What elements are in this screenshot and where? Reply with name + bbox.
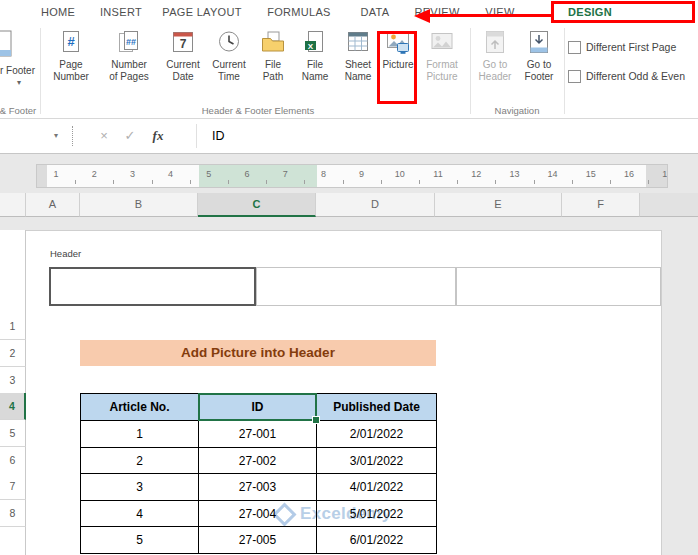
column-header-filler	[640, 193, 698, 217]
ruler-selection-highlight	[199, 165, 317, 188]
fill-handle[interactable]	[312, 416, 320, 424]
table-header-cell[interactable]: Article No.	[81, 394, 199, 421]
current-date-button[interactable]: 7 Current Date	[160, 29, 206, 105]
cancel-button[interactable]: ×	[92, 119, 116, 153]
active-cell-id[interactable]: ID	[199, 394, 317, 421]
row-header-3[interactable]: 3	[0, 367, 26, 394]
column-header-e[interactable]: E	[435, 193, 562, 217]
enter-button[interactable]: ✓	[118, 119, 142, 153]
ruler-number: 2	[92, 169, 97, 179]
row-header-5[interactable]: 5	[0, 420, 26, 447]
row-header-8[interactable]: 8	[0, 500, 26, 527]
annotation-arrow-line	[429, 14, 551, 17]
header-right-box[interactable]	[456, 267, 661, 306]
row-header-7[interactable]: 7	[0, 473, 26, 500]
checkbox-label: Different Odd & Even	[586, 70, 685, 82]
formula-input[interactable]: ID	[212, 119, 225, 153]
tab-data[interactable]: DATA	[352, 0, 398, 25]
tab-page-layout[interactable]: PAGE LAYOUT	[158, 0, 246, 25]
current-time-button[interactable]: Current Time	[206, 29, 252, 105]
tab-formulas[interactable]: FORMULAS	[260, 0, 338, 25]
number-of-pages-button[interactable]: ## Number of Pages	[100, 29, 158, 105]
annotation-box-picture-button	[377, 31, 417, 104]
svg-text:7: 7	[180, 37, 187, 51]
ruler-tick	[534, 180, 535, 184]
format-picture-button[interactable]: Format Picture	[417, 29, 467, 105]
row-header-4[interactable]: 4	[0, 393, 26, 420]
formula-field-divider	[196, 124, 197, 148]
column-header-b[interactable]: B	[80, 193, 198, 217]
page-number-button[interactable]: # Page Number	[46, 29, 96, 105]
formula-bar-separator[interactable]	[72, 126, 73, 146]
table-cell[interactable]: 27-003	[199, 474, 317, 501]
table-row: 2 27-002 3/01/2022	[81, 448, 437, 475]
name-box[interactable]: ▾	[0, 119, 66, 153]
table-cell[interactable]: 3	[81, 474, 199, 501]
file-path-icon	[252, 29, 294, 59]
ruler-number: 1	[53, 169, 58, 179]
table-cell[interactable]: 1	[81, 421, 199, 448]
ruler-tick	[610, 180, 611, 184]
chevron-down-icon[interactable]: ▾	[54, 131, 58, 140]
column-header-d[interactable]: D	[316, 193, 435, 217]
table-cell[interactable]: 27-002	[199, 448, 317, 475]
ruler-number: 16	[624, 169, 634, 179]
ruler-tick	[572, 180, 573, 184]
column-header-f[interactable]: F	[562, 193, 640, 217]
tab-home[interactable]: HOME	[34, 0, 82, 25]
group-label-navigation: Navigation	[472, 105, 562, 116]
file-path-button[interactable]: File Path	[252, 29, 294, 105]
different-first-page-checkbox[interactable]: Different First Page	[568, 40, 676, 54]
chevron-down-icon: ▾	[0, 78, 38, 87]
checkbox-icon[interactable]	[568, 70, 581, 83]
sheet-name-button[interactable]: Sheet Name	[336, 29, 380, 105]
go-to-header-button[interactable]: Go to Header	[473, 29, 517, 105]
table-cell[interactable]: 27-001	[199, 421, 317, 448]
button-label: Header	[473, 71, 517, 83]
table-cell[interactable]: 4/01/2022	[317, 474, 437, 501]
table-cell[interactable]: 6/01/2022	[317, 527, 437, 554]
number-of-pages-icon: ##	[100, 29, 158, 59]
header-left-box[interactable]	[49, 267, 256, 306]
ruler-tick	[343, 180, 344, 184]
formula-bar: ▾ × ✓ fx ID	[0, 119, 698, 154]
tab-insert[interactable]: INSERT	[96, 0, 146, 25]
column-header-a[interactable]: A	[26, 193, 80, 217]
table-cell[interactable]: 2	[81, 448, 199, 475]
table-cell[interactable]: 2/01/2022	[317, 421, 437, 448]
go-to-footer-button[interactable]: Go to Footer	[518, 29, 560, 105]
group-label-header-footer: & Footer	[0, 105, 40, 116]
title-cell[interactable]: Add Picture into Header	[80, 340, 436, 366]
table-header-row: Article No. ID Published Date	[81, 394, 437, 421]
current-time-icon	[206, 29, 252, 59]
ruler-number: 7	[283, 169, 288, 179]
table-cell[interactable]: 5/01/2022	[317, 501, 437, 528]
header-center-box[interactable]	[256, 267, 456, 306]
table-cell[interactable]: 27-004	[199, 501, 317, 528]
table-header-cell[interactable]: Published Date	[317, 394, 437, 421]
ruler-tick	[381, 180, 382, 184]
different-odd-even-checkbox[interactable]: Different Odd & Even	[568, 69, 685, 83]
worksheet-area: 1 2 3 4 5 6 7 8 Header Add Picture into …	[0, 217, 698, 555]
file-name-button[interactable]: X File Name	[294, 29, 336, 105]
column-headers: A B C D E F	[0, 193, 698, 217]
ruler-tick	[228, 180, 229, 184]
row-header-2[interactable]: 2	[0, 340, 26, 367]
ruler-number: 9	[359, 169, 364, 179]
row-header-6[interactable]: 6	[0, 447, 26, 474]
table-cell[interactable]: 5	[81, 527, 199, 554]
ribbon: r Footer ▾ & Footer # Page Number ## Num…	[0, 25, 698, 119]
button-label: Sheet	[336, 59, 380, 71]
table-cell[interactable]: 4	[81, 501, 199, 528]
column-header-c[interactable]: C	[198, 193, 316, 217]
table-cell[interactable]: 27-005	[199, 527, 317, 554]
select-all-corner[interactable]	[0, 193, 26, 217]
ruler-area: 1234567891011121314151617	[0, 154, 698, 193]
table-cell[interactable]: 3/01/2022	[317, 448, 437, 475]
row-header-1[interactable]: 1	[0, 313, 26, 340]
ruler-tick	[457, 180, 458, 184]
checkbox-icon[interactable]	[568, 41, 581, 54]
tab-view[interactable]: VIEW	[478, 0, 522, 25]
page-number-icon: #	[46, 29, 96, 59]
insert-function-button[interactable]: fx	[146, 119, 170, 153]
